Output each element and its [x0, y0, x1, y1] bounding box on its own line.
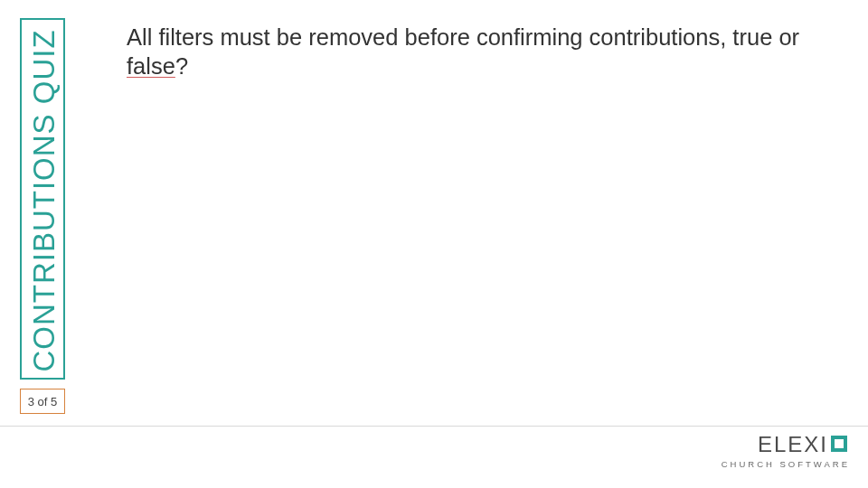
quiz-title: CONTRIBUTIONS QUIZ — [22, 20, 67, 381]
footer-divider — [0, 426, 868, 427]
page-counter: 3 of 5 — [20, 389, 65, 414]
question-text-part2: ? — [175, 53, 188, 79]
brand-logo: ELEXI CHURCH SOFTWARE — [722, 434, 850, 469]
brand-logo-letters: ELEXI — [758, 434, 828, 455]
brand-logo-mark-icon — [831, 436, 847, 452]
quiz-title-box: CONTRIBUTIONS QUIZ — [20, 18, 65, 380]
question-text-part1: All filters must be removed before confi… — [127, 24, 799, 50]
brand-logo-main: ELEXI — [722, 434, 850, 455]
quiz-question: All filters must be removed before confi… — [127, 23, 832, 81]
question-text-false: false — [127, 53, 175, 79]
brand-logo-subline: CHURCH SOFTWARE — [722, 459, 850, 469]
